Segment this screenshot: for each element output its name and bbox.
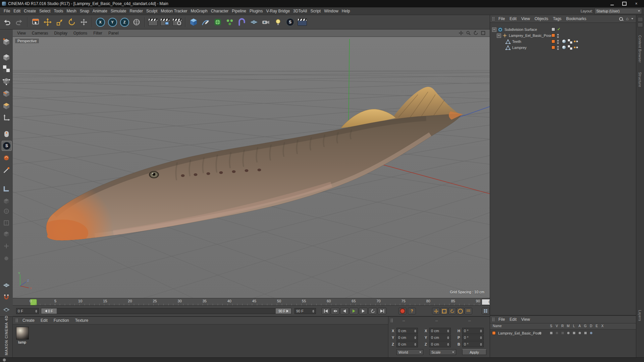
- lm-menu-edit[interactable]: Edit: [507, 317, 519, 322]
- subdivision-surface-button[interactable]: [212, 16, 223, 28]
- viewport-solo-button[interactable]: S: [2, 141, 12, 151]
- pen-spline-button[interactable]: [200, 16, 211, 28]
- size-y-field[interactable]: 0 cm: [429, 335, 451, 341]
- preview-range-slider[interactable]: 0 F 90 F: [41, 308, 291, 314]
- viewport-canvas[interactable]: Perspective Grid Spacing : 10 cm Y X Z: [13, 37, 490, 298]
- om-menu-objects[interactable]: Objects: [533, 16, 550, 21]
- scale-tool-button[interactable]: [54, 16, 65, 28]
- range-end-field[interactable]: 90 F: [294, 308, 316, 314]
- size-x-field[interactable]: 0 cm: [429, 328, 451, 334]
- texture-tag-icon[interactable]: [562, 39, 566, 44]
- size-z-field[interactable]: 0 cm: [429, 341, 451, 347]
- workplane-button[interactable]: [2, 281, 11, 290]
- object-label[interactable]: Lamprey_Eel_Basic_Pose: [509, 34, 552, 38]
- om-menu-view[interactable]: View: [519, 16, 532, 21]
- lock-toggle[interactable]: [573, 332, 575, 334]
- material-name[interactable]: lamp: [13, 340, 32, 344]
- record-pla-toggle[interactable]: [464, 308, 472, 314]
- menu-snap[interactable]: Snap: [78, 7, 91, 15]
- viewport-menu-display[interactable]: Display: [51, 29, 70, 37]
- render-picture-viewer-button[interactable]: [159, 16, 171, 28]
- layer-chip[interactable]: [551, 46, 555, 49]
- menu-motion-tracker[interactable]: Motion Tracker: [159, 7, 189, 15]
- record-parameter-toggle[interactable]: [456, 308, 464, 314]
- last-tool-button[interactable]: [78, 16, 90, 28]
- viewport-menu-filter[interactable]: Filter: [90, 29, 105, 37]
- column-view[interactable]: V: [554, 324, 559, 328]
- floor-button[interactable]: [248, 16, 260, 28]
- layer-chip[interactable]: [551, 40, 555, 43]
- viewport-menu-cameras[interactable]: Cameras: [29, 29, 51, 37]
- viewport-menu-options[interactable]: Options: [70, 29, 90, 37]
- chevron-down-icon[interactable]: [631, 18, 633, 19]
- record-keyframe-button[interactable]: [398, 308, 407, 314]
- om-menu-file[interactable]: File: [496, 16, 507, 21]
- rotation-b-field[interactable]: 0 °: [462, 341, 484, 347]
- column-manager[interactable]: M: [566, 324, 571, 328]
- material-menu-texture[interactable]: Texture: [72, 318, 91, 323]
- viewport-menu-panel[interactable]: Panel: [105, 29, 122, 37]
- tree-row-subdivision-surface[interactable]: − Subdivision Surface ✓: [490, 26, 638, 33]
- manager-toggle[interactable]: [567, 332, 570, 334]
- column-generators[interactable]: G: [583, 324, 588, 328]
- layer-color-chip[interactable]: [492, 331, 496, 335]
- menu-plugins[interactable]: Plugins: [248, 7, 264, 15]
- sky-plugin-button[interactable]: S: [284, 16, 296, 28]
- move-tool-button[interactable]: [42, 16, 53, 28]
- menu-file[interactable]: File: [2, 7, 12, 15]
- render-toggle[interactable]: [561, 332, 564, 334]
- menu-3dtoall[interactable]: 3DToAll: [291, 7, 309, 15]
- stage-button[interactable]: [297, 16, 308, 28]
- deformers-toggle[interactable]: [590, 332, 592, 334]
- spinner-icon[interactable]: [414, 336, 416, 339]
- camera-button[interactable]: [260, 16, 272, 28]
- enable-chip[interactable]: [551, 27, 555, 31]
- snap-button[interactable]: [2, 293, 11, 302]
- array-button[interactable]: [224, 16, 235, 28]
- menu-mograph[interactable]: MoGraph: [189, 7, 209, 15]
- next-frame-button[interactable]: [359, 308, 368, 314]
- om-menu-tags[interactable]: Tags: [551, 16, 564, 21]
- visibility-dots[interactable]: [557, 46, 559, 50]
- undo-button[interactable]: [1, 16, 13, 28]
- space-dropdown[interactable]: World: [396, 349, 423, 355]
- close-button[interactable]: ×: [631, 1, 642, 7]
- panel-grip-icon[interactable]: [15, 318, 18, 322]
- spinner-icon[interactable]: [447, 329, 449, 333]
- column-lock[interactable]: L: [572, 324, 576, 328]
- uvw-tag-icon[interactable]: [568, 39, 572, 44]
- column-animation[interactable]: A: [577, 324, 582, 328]
- spinner-icon[interactable]: [480, 329, 482, 333]
- range-start-handle[interactable]: 0 F: [41, 308, 57, 314]
- play-mode-button[interactable]: [368, 308, 377, 314]
- collapse-icon[interactable]: −: [492, 27, 496, 32]
- layout-dropdown[interactable]: Startup (User): [594, 8, 642, 14]
- tweak-mode-button[interactable]: [2, 129, 11, 139]
- bend-deformer-button[interactable]: [236, 16, 248, 28]
- menu-pipeline[interactable]: Pipeline: [230, 7, 248, 15]
- keyframe-selection-button[interactable]: [482, 308, 490, 314]
- position-z-field[interactable]: 0 cm: [396, 341, 418, 347]
- check-tag-icon[interactable]: ✓: [557, 27, 560, 32]
- point-mode-button[interactable]: [2, 76, 11, 86]
- rotation-h-field[interactable]: 0 °: [462, 328, 484, 334]
- menu-window[interactable]: Window: [322, 7, 340, 15]
- menu-render[interactable]: Render: [128, 7, 145, 15]
- uvw-tag-icon[interactable]: [568, 45, 572, 50]
- tab-content-browser[interactable]: Content Browser: [638, 35, 642, 63]
- make-editable-button[interactable]: [2, 37, 11, 47]
- previous-key-button[interactable]: [331, 308, 339, 314]
- workplane-lock-button[interactable]: [2, 305, 11, 314]
- panel-grip-icon[interactable]: [390, 318, 393, 322]
- visibility-dots[interactable]: [557, 34, 559, 38]
- record-rotation-toggle[interactable]: [448, 308, 456, 314]
- ruler-tool-button[interactable]: [2, 184, 11, 193]
- z-axis-lock-button[interactable]: Z: [119, 16, 130, 28]
- animation-toggle[interactable]: [579, 332, 581, 334]
- record-scale-toggle[interactable]: [440, 308, 448, 314]
- texture-tag-icon[interactable]: [562, 45, 566, 50]
- spinner-icon[interactable]: [480, 336, 482, 339]
- spinner-icon[interactable]: [35, 310, 37, 313]
- viewport-menu-view[interactable]: View: [14, 29, 29, 37]
- solo-toggle[interactable]: [550, 332, 552, 334]
